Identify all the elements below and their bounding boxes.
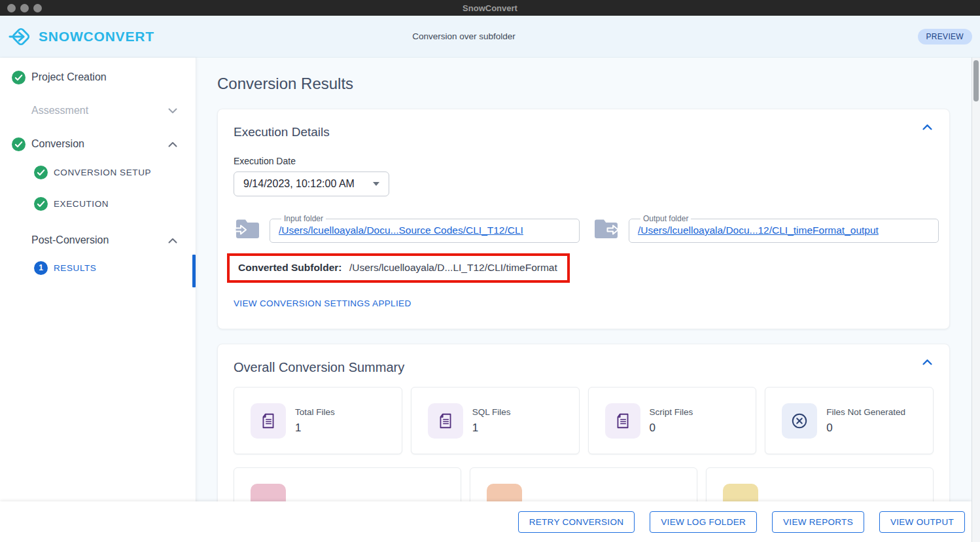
app-window: SnowConvert SNOWCONVERT Conversion over … xyxy=(0,0,980,542)
output-folder-field: Output folder /Users/lcuelloayala/Docu..… xyxy=(629,214,939,243)
check-circle-icon xyxy=(12,71,26,84)
execution-date-label: Execution Date xyxy=(234,156,934,166)
chevron-up-icon[interactable] xyxy=(168,141,177,147)
app-header: SNOWCONVERT Conversion over subfolder PR… xyxy=(0,16,980,58)
output-folder-label: Output folder xyxy=(640,214,691,223)
stat-tile-total-files: Total Files 1 xyxy=(234,387,402,454)
stat-tile-sql-files: SQL Files 1 xyxy=(411,387,580,454)
execution-details-title: Execution Details xyxy=(234,125,934,139)
minimize-window-button[interactable] xyxy=(20,4,29,12)
folder-input-icon xyxy=(234,217,261,240)
view-output-button[interactable]: VIEW OUTPUT xyxy=(879,511,965,533)
view-log-folder-button[interactable]: VIEW LOG FOLDER xyxy=(650,511,757,533)
close-window-button[interactable] xyxy=(7,4,16,12)
sidebar-item-label: EXECUTION xyxy=(54,199,109,209)
stat-label: SQL Files xyxy=(472,407,511,417)
stat-value: 1 xyxy=(295,422,335,435)
sidebar-item-conversion-setup[interactable]: CONVERSION SETUP xyxy=(0,159,196,185)
sidebar-item-results[interactable]: 1 RESULTS xyxy=(0,255,196,281)
sidebar-item-assessment[interactable]: Assessment xyxy=(0,98,196,124)
chevron-up-icon[interactable] xyxy=(168,238,177,244)
sidebar-item-label: RESULTS xyxy=(54,263,96,273)
sidebar-item-label: Assessment xyxy=(31,105,88,117)
converted-subfolder-highlight: Converted Subfolder: /Users/lcuelloayala… xyxy=(227,253,570,283)
window-title: SnowConvert xyxy=(463,3,517,13)
stat-label: Files Not Generated xyxy=(826,407,905,417)
main-content: Conversion Results Execution Details Exe… xyxy=(196,58,971,542)
sidebar-item-label: Post-Conversion xyxy=(31,234,109,246)
stat-tile-files-not-generated: Files Not Generated 0 xyxy=(765,387,934,454)
scrollbar-track[interactable] xyxy=(971,58,980,542)
document-icon xyxy=(428,403,463,439)
sidebar-item-label: Conversion xyxy=(31,138,84,150)
chevron-down-icon[interactable] xyxy=(168,108,177,114)
scrollbar-thumb[interactable] xyxy=(973,60,979,101)
sidebar-navigation: Project Creation Assessment Conversion C… xyxy=(0,58,196,542)
execution-details-card: Execution Details Execution Date 9/14/20… xyxy=(217,109,950,329)
footer-action-bar: RETRY CONVERSION VIEW LOG FOLDER VIEW RE… xyxy=(0,501,971,542)
folders-row: Input folder /Users/lcuelloayala/Docu...… xyxy=(234,214,934,243)
view-reports-button[interactable]: VIEW REPORTS xyxy=(772,511,864,533)
retry-conversion-button[interactable]: RETRY CONVERSION xyxy=(518,511,635,533)
conversion-summary-title: Overall Conversion Summary xyxy=(234,360,934,375)
execution-date-select[interactable]: 9/14/2023, 10:12:00 AM xyxy=(234,172,389,196)
output-folder-group: Output folder /Users/lcuelloayala/Docu..… xyxy=(593,214,939,243)
stat-value: 0 xyxy=(650,422,693,435)
sidebar-item-project-creation[interactable]: Project Creation xyxy=(0,64,196,90)
stat-label: Total Files xyxy=(295,407,335,417)
sidebar-item-conversion[interactable]: Conversion xyxy=(0,131,196,157)
execution-date-value: 9/14/2023, 10:12:00 AM xyxy=(243,178,355,190)
document-icon xyxy=(605,403,640,439)
stat-value: 0 xyxy=(826,422,905,435)
collapse-section-icon[interactable] xyxy=(922,124,932,130)
snowconvert-logo: SNOWCONVERT xyxy=(9,24,154,49)
sidebar-item-label: Project Creation xyxy=(31,71,107,83)
stat-label: Script Files xyxy=(650,407,693,417)
collapse-section-icon[interactable] xyxy=(922,359,932,365)
window-controls xyxy=(7,4,42,12)
input-folder-link[interactable]: /Users/lcuelloayala/Docu...Source Codes/… xyxy=(279,225,523,236)
output-folder-link[interactable]: /Users/lcuelloayala/Docu...12/CLI_timeFo… xyxy=(638,225,879,236)
converted-subfolder-value: /Users/lcuelloayala/D...LI_T12/CLI/timeF… xyxy=(349,262,557,273)
input-folder-field: Input folder /Users/lcuelloayala/Docu...… xyxy=(270,214,580,243)
window-titlebar: SnowConvert xyxy=(0,0,980,16)
sidebar-item-post-conversion[interactable]: Post-Conversion xyxy=(0,227,196,253)
folder-output-icon xyxy=(593,217,620,240)
preview-badge: PREVIEW xyxy=(918,29,972,45)
stats-row: Total Files 1 SQL Files 1 xyxy=(234,387,934,454)
check-circle-icon xyxy=(34,166,48,179)
circle-x-icon xyxy=(782,403,817,439)
sidebar-item-execution[interactable]: EXECUTION xyxy=(0,190,196,217)
page-title: Conversion Results xyxy=(217,75,971,93)
stat-value: 1 xyxy=(472,422,511,435)
snowconvert-logo-icon xyxy=(9,24,33,49)
logo-wordmark: SNOWCONVERT xyxy=(39,29,154,45)
maximize-window-button[interactable] xyxy=(33,4,42,12)
input-folder-group: Input folder /Users/lcuelloayala/Docu...… xyxy=(234,214,580,243)
active-item-indicator xyxy=(192,255,196,287)
document-icon xyxy=(251,403,286,439)
check-circle-icon xyxy=(12,137,26,151)
sidebar-item-label: CONVERSION SETUP xyxy=(54,168,151,177)
select-caret-icon xyxy=(373,182,379,186)
stat-tile-script-files: Script Files 0 xyxy=(588,387,757,454)
view-conversion-settings-link[interactable]: VIEW CONVERSION SETTINGS APPLIED xyxy=(234,298,411,308)
converted-subfolder-label: Converted Subfolder: xyxy=(238,262,341,273)
input-folder-label: Input folder xyxy=(281,214,326,223)
header-subtitle: Conversion over subfolder xyxy=(412,31,516,41)
step-number-badge: 1 xyxy=(34,261,48,275)
check-circle-icon xyxy=(34,197,48,211)
